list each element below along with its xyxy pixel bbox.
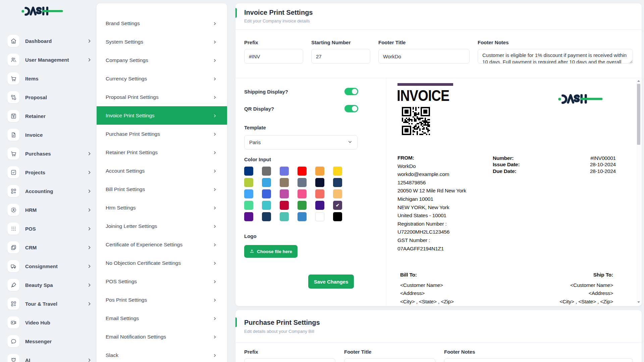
sidebar-item-video-hub[interactable]: Video Hub	[7, 313, 92, 332]
settings-menu-item-certificate-of-experience-settings[interactable]: Certificate of Experience Settings	[97, 235, 227, 254]
chevron-right-icon	[87, 189, 92, 194]
color-swatch-19[interactable]	[262, 201, 271, 210]
settings-menu-item-pos-print-settings[interactable]: Pos Print Settings	[97, 291, 227, 309]
sidebar-item-pos[interactable]: POS	[7, 219, 92, 238]
settings-menu-item-joining-letter-settings[interactable]: Joining Letter Settings	[97, 217, 227, 235]
color-swatch-13[interactable]	[262, 189, 271, 198]
color-swatch-28[interactable]	[315, 212, 324, 221]
footer-notes-textarea[interactable]: Customer is eligible for 1% discount if …	[478, 49, 633, 64]
settings-menu-item-label: Account Settings	[106, 168, 145, 174]
sidebar-item-items[interactable]: Items	[7, 69, 92, 88]
settings-menu-item-brand-settings[interactable]: Brand Settings	[97, 14, 227, 33]
color-swatch-8[interactable]	[280, 178, 289, 187]
sidebar-item-tour-travel[interactable]: Tour & Travel	[7, 294, 92, 313]
sidebar-item-retainer[interactable]: Retainer	[7, 107, 92, 125]
sidebar-item-messenger[interactable]: Messenger	[7, 332, 92, 351]
settings-menu-item-proposal-print-settings[interactable]: Proposal Print Settings	[97, 88, 227, 106]
settings-menu-item-invoice-print-settings[interactable]: Invoice Print Settings	[97, 106, 227, 125]
color-swatch-11[interactable]	[333, 178, 342, 187]
settings-menu-item-account-settings[interactable]: Account Settings	[97, 162, 227, 180]
color-swatch-4[interactable]	[315, 167, 324, 176]
purchase-footer-title-input[interactable]	[344, 358, 435, 362]
settings-menu-item-label: Retainer Print Settings	[106, 149, 158, 156]
purchase-footer-title-field-group: Footer Title	[344, 349, 435, 362]
color-swatch-27[interactable]	[298, 212, 307, 221]
sidebar-item-projects[interactable]: Projects	[7, 163, 92, 182]
chevron-right-icon	[213, 113, 217, 118]
shipping-display-toggle[interactable]	[344, 88, 358, 95]
sidebar-item-dashboard[interactable]: Dashboard	[7, 32, 92, 50]
color-swatch-20[interactable]	[280, 201, 289, 210]
sidebar-item-proposal[interactable]: Proposal	[7, 88, 92, 107]
settings-menu-item-slack[interactable]: Slack	[97, 346, 227, 362]
purchase-footer-notes-input[interactable]	[444, 358, 633, 362]
sidebar-item-user-management[interactable]: User Management	[7, 50, 92, 69]
settings-menu-item-bill-print-settings[interactable]: Bill Print Settings	[97, 180, 227, 198]
footer-title-input[interactable]	[378, 49, 470, 64]
color-swatch-12[interactable]	[244, 189, 253, 198]
invoice-print-settings-card: Invoice Print Settings Edit your Company…	[235, 3, 642, 306]
starting-number-input[interactable]	[311, 49, 370, 64]
template-select[interactable]: Paris	[244, 135, 358, 149]
color-swatch-1[interactable]	[262, 167, 271, 176]
color-swatch-25[interactable]	[262, 212, 271, 221]
color-swatch-18[interactable]	[244, 201, 253, 210]
sidebar-item-ai[interactable]: AI	[7, 351, 92, 362]
dots-grid-icon	[7, 223, 19, 235]
settings-menu-item-purchase-print-settings[interactable]: Purchase Print Settings	[97, 125, 227, 143]
scroll-up-arrow-icon[interactable]	[637, 80, 640, 82]
color-swatch-21[interactable]	[298, 201, 307, 210]
sidebar-item-accounting[interactable]: Accounting	[7, 182, 92, 200]
color-swatch-29[interactable]	[333, 212, 342, 221]
color-swatch-22[interactable]	[315, 201, 324, 210]
color-swatch-10[interactable]	[315, 178, 324, 187]
sidebar-item-beauty-spa[interactable]: Beauty Spa	[7, 276, 92, 294]
color-swatch-5[interactable]	[333, 167, 342, 176]
chevron-right-icon	[213, 316, 217, 320]
color-swatch-14[interactable]	[280, 189, 289, 198]
sidebar-item-crm[interactable]: CRM	[7, 238, 92, 257]
save-changes-button[interactable]: Save Changes	[308, 275, 354, 289]
sidebar-item-invoice[interactable]: Invoice	[7, 125, 92, 144]
color-swatch-9[interactable]	[298, 178, 307, 187]
meta-value: 28-10-2024	[590, 168, 616, 174]
choose-file-button[interactable]: Choose file here	[244, 245, 298, 258]
color-swatch-17[interactable]	[333, 189, 342, 198]
sidebar-item-hrm[interactable]: HRM	[7, 200, 92, 219]
settings-menu-item-no-objection-certificate-settings[interactable]: No Objection Certificate Settings	[97, 254, 227, 272]
chevron-right-icon	[213, 76, 217, 81]
settings-menu-item-company-settings[interactable]: Company Settings	[97, 51, 227, 69]
settings-menu-item-retainer-print-settings[interactable]: Retainer Print Settings	[97, 143, 227, 162]
qr-display-toggle[interactable]	[344, 105, 358, 112]
scroll-down-arrow-icon[interactable]	[637, 301, 640, 303]
sidebar-item-purchases[interactable]: Purchases	[7, 144, 92, 163]
color-swatch-3[interactable]	[298, 167, 307, 176]
sidebar-item-consignment[interactable]: Consignment	[7, 257, 92, 276]
chevron-right-icon	[213, 58, 217, 62]
scrollbar-thumb[interactable]	[637, 84, 640, 145]
color-swatch-2[interactable]	[280, 167, 289, 176]
meta-label: Due Date:	[493, 168, 517, 174]
settings-menu-item-currency-settings[interactable]: Currency Settings	[97, 69, 227, 88]
color-swatch-26[interactable]	[280, 212, 289, 221]
preview-scrollbar[interactable]	[636, 79, 641, 304]
color-swatch-0[interactable]	[244, 167, 253, 176]
settings-menu-item-email-notification-settings[interactable]: Email Notification Settings	[97, 327, 227, 346]
settings-menu-item-email-settings[interactable]: Email Settings	[97, 309, 227, 327]
from-line: NEW YORK, New York	[397, 203, 466, 212]
chevron-right-icon	[213, 224, 217, 228]
prefix-input[interactable]	[244, 49, 303, 64]
invoice-preview: INVOICE FROM:WorkDoworkdo@example.com125…	[386, 78, 636, 306]
color-swatch-16[interactable]	[315, 189, 324, 198]
color-swatch-selected[interactable]: ✔	[333, 201, 342, 210]
color-swatch-24[interactable]	[244, 212, 253, 221]
brand-logo[interactable]	[21, 5, 64, 16]
color-swatch-6[interactable]	[244, 178, 253, 187]
purchase-prefix-input[interactable]	[244, 358, 335, 362]
settings-menu-item-pos-settings[interactable]: POS Settings	[97, 272, 227, 291]
color-swatch-7[interactable]	[262, 178, 271, 187]
settings-menu-item-system-settings[interactable]: System Settings	[97, 33, 227, 51]
sidebar-item-label: Consignment	[25, 263, 58, 269]
color-swatch-15[interactable]	[298, 189, 307, 198]
settings-menu-item-hrm-settings[interactable]: Hrm Settings	[97, 198, 227, 217]
